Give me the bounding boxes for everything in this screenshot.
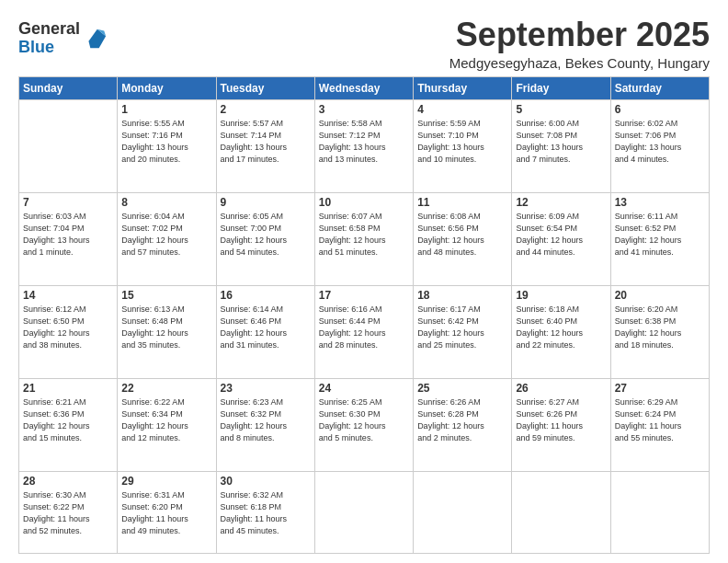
day-number: 19 <box>516 289 606 302</box>
calendar-cell: 21Sunrise: 6:21 AM Sunset: 6:36 PM Dayli… <box>19 378 118 471</box>
day-number: 9 <box>221 196 311 209</box>
day-info: Sunrise: 6:32 AM Sunset: 6:18 PM Dayligh… <box>221 489 311 537</box>
day-info: Sunrise: 5:58 AM Sunset: 7:12 PM Dayligh… <box>319 118 409 166</box>
calendar-cell <box>512 471 610 553</box>
calendar-cell <box>19 99 118 192</box>
day-info: Sunrise: 6:17 AM Sunset: 6:42 PM Dayligh… <box>417 304 507 351</box>
calendar-cell: 23Sunrise: 6:23 AM Sunset: 6:32 PM Dayli… <box>216 378 314 471</box>
day-number: 8 <box>121 196 211 209</box>
day-number: 10 <box>319 196 409 209</box>
weekday-header-thursday: Thursday <box>414 76 512 99</box>
day-info: Sunrise: 5:55 AM Sunset: 7:16 PM Dayligh… <box>121 118 211 166</box>
calendar-cell: 6Sunrise: 6:02 AM Sunset: 7:06 PM Daylig… <box>610 99 709 192</box>
weekday-header-friday: Friday <box>512 76 610 99</box>
day-number: 18 <box>417 289 507 302</box>
day-info: Sunrise: 6:11 AM Sunset: 6:52 PM Dayligh… <box>615 211 705 259</box>
day-info: Sunrise: 6:23 AM Sunset: 6:32 PM Dayligh… <box>221 396 311 444</box>
calendar-cell: 7Sunrise: 6:03 AM Sunset: 7:04 PM Daylig… <box>19 192 118 285</box>
day-number: 6 <box>615 103 705 116</box>
logo-blue-text: Blue <box>18 38 54 56</box>
calendar-cell: 9Sunrise: 6:05 AM Sunset: 7:00 PM Daylig… <box>216 192 314 285</box>
calendar-cell: 24Sunrise: 6:25 AM Sunset: 6:30 PM Dayli… <box>314 378 413 471</box>
calendar-cell <box>610 471 709 553</box>
header: General Blue September 2025 Medgyesegyha… <box>18 17 710 71</box>
day-info: Sunrise: 6:03 AM Sunset: 7:04 PM Dayligh… <box>23 211 113 259</box>
day-number: 23 <box>221 382 311 395</box>
day-info: Sunrise: 5:57 AM Sunset: 7:14 PM Dayligh… <box>221 118 311 166</box>
day-info: Sunrise: 6:16 AM Sunset: 6:44 PM Dayligh… <box>319 304 409 351</box>
day-info: Sunrise: 6:04 AM Sunset: 7:02 PM Dayligh… <box>121 211 211 259</box>
title-block: September 2025 Medgyesegyhaza, Bekes Cou… <box>449 17 710 71</box>
calendar-cell: 1Sunrise: 5:55 AM Sunset: 7:16 PM Daylig… <box>118 99 216 192</box>
calendar-cell: 19Sunrise: 6:18 AM Sunset: 6:40 PM Dayli… <box>512 285 610 378</box>
calendar-cell: 8Sunrise: 6:04 AM Sunset: 7:02 PM Daylig… <box>118 192 216 285</box>
month-title: September 2025 <box>449 17 710 53</box>
calendar-cell: 15Sunrise: 6:13 AM Sunset: 6:48 PM Dayli… <box>118 285 216 378</box>
calendar-cell: 28Sunrise: 6:30 AM Sunset: 6:22 PM Dayli… <box>19 471 118 553</box>
day-number: 11 <box>417 196 507 209</box>
day-number: 3 <box>319 103 409 116</box>
day-number: 16 <box>221 289 311 302</box>
calendar-cell: 27Sunrise: 6:29 AM Sunset: 6:24 PM Dayli… <box>610 378 709 471</box>
day-number: 25 <box>417 382 507 395</box>
day-info: Sunrise: 6:08 AM Sunset: 6:56 PM Dayligh… <box>417 211 507 259</box>
calendar-cell: 11Sunrise: 6:08 AM Sunset: 6:56 PM Dayli… <box>414 192 512 285</box>
calendar-cell: 2Sunrise: 5:57 AM Sunset: 7:14 PM Daylig… <box>216 99 314 192</box>
calendar-cell: 13Sunrise: 6:11 AM Sunset: 6:52 PM Dayli… <box>610 192 709 285</box>
weekday-header-sunday: Sunday <box>19 76 118 99</box>
page: General Blue September 2025 Medgyesegyha… <box>0 0 728 563</box>
weekday-header-wednesday: Wednesday <box>314 76 413 99</box>
location-subtitle: Medgyesegyhaza, Bekes County, Hungary <box>449 55 710 71</box>
day-info: Sunrise: 6:02 AM Sunset: 7:06 PM Dayligh… <box>615 118 705 166</box>
day-number: 17 <box>319 289 409 302</box>
logo-general-text: General <box>18 19 80 38</box>
calendar-cell: 3Sunrise: 5:58 AM Sunset: 7:12 PM Daylig… <box>314 99 413 192</box>
day-number: 26 <box>516 382 606 395</box>
calendar-week-row: 1Sunrise: 5:55 AM Sunset: 7:16 PM Daylig… <box>19 99 710 192</box>
day-info: Sunrise: 6:18 AM Sunset: 6:40 PM Dayligh… <box>516 304 606 351</box>
calendar-header-row: SundayMondayTuesdayWednesdayThursdayFrid… <box>19 76 710 99</box>
day-info: Sunrise: 6:14 AM Sunset: 6:46 PM Dayligh… <box>221 304 311 351</box>
day-number: 24 <box>319 382 409 395</box>
day-info: Sunrise: 6:31 AM Sunset: 6:20 PM Dayligh… <box>121 489 211 537</box>
calendar-cell: 17Sunrise: 6:16 AM Sunset: 6:44 PM Dayli… <box>314 285 413 378</box>
calendar-cell <box>314 471 413 553</box>
weekday-header-tuesday: Tuesday <box>216 76 314 99</box>
calendar-cell: 12Sunrise: 6:09 AM Sunset: 6:54 PM Dayli… <box>512 192 610 285</box>
day-number: 4 <box>417 103 507 116</box>
day-info: Sunrise: 6:22 AM Sunset: 6:34 PM Dayligh… <box>121 396 211 444</box>
day-info: Sunrise: 5:59 AM Sunset: 7:10 PM Dayligh… <box>417 118 507 166</box>
day-number: 15 <box>121 289 211 302</box>
day-info: Sunrise: 6:13 AM Sunset: 6:48 PM Dayligh… <box>121 304 211 351</box>
day-number: 28 <box>23 475 113 488</box>
calendar-cell <box>414 471 512 553</box>
calendar-cell: 10Sunrise: 6:07 AM Sunset: 6:58 PM Dayli… <box>314 192 413 285</box>
calendar-cell: 30Sunrise: 6:32 AM Sunset: 6:18 PM Dayli… <box>216 471 314 553</box>
calendar-cell: 25Sunrise: 6:26 AM Sunset: 6:28 PM Dayli… <box>414 378 512 471</box>
logo-icon <box>82 26 108 52</box>
calendar-cell: 16Sunrise: 6:14 AM Sunset: 6:46 PM Dayli… <box>216 285 314 378</box>
calendar-week-row: 21Sunrise: 6:21 AM Sunset: 6:36 PM Dayli… <box>19 378 710 471</box>
day-info: Sunrise: 6:20 AM Sunset: 6:38 PM Dayligh… <box>615 304 705 351</box>
calendar-week-row: 7Sunrise: 6:03 AM Sunset: 7:04 PM Daylig… <box>19 192 710 285</box>
calendar-cell: 14Sunrise: 6:12 AM Sunset: 6:50 PM Dayli… <box>19 285 118 378</box>
day-info: Sunrise: 6:05 AM Sunset: 7:00 PM Dayligh… <box>221 211 311 259</box>
day-info: Sunrise: 6:29 AM Sunset: 6:24 PM Dayligh… <box>615 396 705 444</box>
calendar-week-row: 28Sunrise: 6:30 AM Sunset: 6:22 PM Dayli… <box>19 471 710 553</box>
day-info: Sunrise: 6:26 AM Sunset: 6:28 PM Dayligh… <box>417 396 507 444</box>
calendar-cell: 4Sunrise: 5:59 AM Sunset: 7:10 PM Daylig… <box>414 99 512 192</box>
calendar-week-row: 14Sunrise: 6:12 AM Sunset: 6:50 PM Dayli… <box>19 285 710 378</box>
calendar-cell: 22Sunrise: 6:22 AM Sunset: 6:34 PM Dayli… <box>118 378 216 471</box>
day-info: Sunrise: 6:25 AM Sunset: 6:30 PM Dayligh… <box>319 396 409 444</box>
day-number: 7 <box>23 196 113 209</box>
weekday-header-monday: Monday <box>118 76 216 99</box>
day-info: Sunrise: 6:30 AM Sunset: 6:22 PM Dayligh… <box>23 489 113 537</box>
day-number: 12 <box>516 196 606 209</box>
calendar-table: SundayMondayTuesdayWednesdayThursdayFrid… <box>18 76 710 554</box>
calendar-cell: 20Sunrise: 6:20 AM Sunset: 6:38 PM Dayli… <box>610 285 709 378</box>
day-info: Sunrise: 6:27 AM Sunset: 6:26 PM Dayligh… <box>516 396 606 444</box>
day-number: 30 <box>221 475 311 488</box>
calendar-cell: 29Sunrise: 6:31 AM Sunset: 6:20 PM Dayli… <box>118 471 216 553</box>
day-info: Sunrise: 6:00 AM Sunset: 7:08 PM Dayligh… <box>516 118 606 166</box>
day-number: 21 <box>23 382 113 395</box>
